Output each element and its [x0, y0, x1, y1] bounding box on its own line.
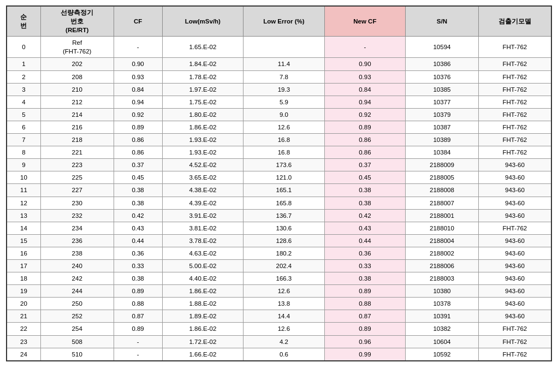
row-8-cell-sensor: 221 [40, 146, 114, 159]
row-18-cell-sn: 2188003 [406, 272, 479, 285]
row-16-cell-cf: 0.36 [114, 247, 162, 259]
row-5-cell-newcf: 0.92 [324, 108, 406, 121]
row-21-cell-sensor: 252 [40, 310, 114, 323]
row-11-cell-num: 11 [7, 184, 40, 197]
row-9-cell-model: 943-60 [478, 159, 551, 171]
row-21-cell-num: 21 [7, 310, 40, 323]
row-11-cell-lowerr: 165.1 [244, 184, 325, 197]
row-6-cell-newcf: 0.89 [324, 121, 406, 133]
row-1-cell-num: 1 [7, 58, 40, 70]
row-20-cell-model: 943-60 [478, 298, 551, 310]
row-3-cell-sensor: 210 [40, 83, 114, 96]
row-18-cell-lowerr: 166.3 [244, 272, 325, 285]
row-0-cell-cf: - [114, 37, 162, 58]
row-17-cell-low: 5.00.E-02 [162, 259, 244, 272]
row-19-cell-sn: 10380 [406, 285, 479, 298]
row-4-cell-newcf: 0.94 [324, 96, 406, 108]
row-8-cell-sn: 10384 [406, 146, 479, 159]
row-24-cell-model: FHT-762 [478, 348, 551, 361]
row-9-cell-sn: 2188009 [406, 159, 479, 171]
row-14-cell-newcf: 0.43 [324, 222, 406, 234]
row-11-cell-low: 4.38.E-02 [162, 184, 244, 197]
row-1-cell-sensor: 202 [40, 58, 114, 70]
row-11-cell-newcf: 0.38 [324, 184, 406, 197]
main-container: 순 번 선량측정기 번호 (RE/RT) CF Low(mSv/h) Low E… [6, 5, 552, 361]
row-13-cell-cf: 0.42 [114, 209, 162, 222]
row-23-cell-lowerr: 4.2 [244, 335, 325, 348]
row-13-cell-sensor: 232 [40, 209, 114, 222]
row-9-cell-cf: 0.37 [114, 159, 162, 171]
row-10-cell-cf: 0.45 [114, 171, 162, 184]
row-10-cell-sensor: 225 [40, 171, 114, 184]
row-0-cell-lowerr [244, 37, 325, 58]
row-6-cell-lowerr: 12.6 [244, 121, 325, 133]
row-24-cell-lowerr: 0.6 [244, 348, 325, 361]
row-0-cell-sensor: Ref (FHT-762) [40, 37, 114, 58]
row-18-cell-newcf: 0.38 [324, 272, 406, 285]
row-3-cell-lowerr: 19.3 [244, 83, 325, 96]
row-10-cell-lowerr: 121.0 [244, 171, 325, 184]
row-18-cell-low: 4.40.E-02 [162, 272, 244, 285]
row-20-cell-newcf: 0.88 [324, 298, 406, 310]
row-22-cell-model: FHT-762 [478, 323, 551, 335]
row-19-cell-num: 19 [7, 285, 40, 298]
row-17-cell-lowerr: 202.4 [244, 259, 325, 272]
header-num: 순 번 [7, 6, 40, 37]
row-16-cell-model: 943-60 [478, 247, 551, 259]
row-10-cell-sn: 2188005 [406, 171, 479, 184]
row-18-cell-cf: 0.38 [114, 272, 162, 285]
row-8-cell-newcf: 0.86 [324, 146, 406, 159]
row-7-cell-lowerr: 16.8 [244, 134, 325, 146]
row-24-cell-newcf: 0.99 [324, 348, 406, 361]
row-6-cell-model: FHT-762 [478, 121, 551, 133]
row-10-cell-low: 3.65.E-02 [162, 171, 244, 184]
row-21-cell-newcf: 0.87 [324, 310, 406, 323]
row-6-cell-sn: 10387 [406, 121, 479, 133]
row-5-cell-model: FHT-762 [478, 108, 551, 121]
row-7-cell-sensor: 218 [40, 134, 114, 146]
row-2-cell-low: 1.78.E-02 [162, 70, 244, 83]
row-15-cell-model: 943-60 [478, 234, 551, 247]
row-13-cell-num: 13 [7, 209, 40, 222]
row-0-cell-newcf: - [324, 37, 406, 58]
row-17-cell-cf: 0.33 [114, 259, 162, 272]
row-16-cell-sensor: 238 [40, 247, 114, 259]
row-1-cell-sn: 10386 [406, 58, 479, 70]
row-5-cell-num: 5 [7, 108, 40, 121]
row-5-cell-sn: 10379 [406, 108, 479, 121]
header-low: Low(mSv/h) [162, 6, 244, 37]
row-3-cell-model: FHT-762 [478, 83, 551, 96]
row-7-cell-num: 7 [7, 134, 40, 146]
row-22-cell-sn: 10382 [406, 323, 479, 335]
row-7-cell-model: FHT-762 [478, 134, 551, 146]
row-11-cell-cf: 0.38 [114, 184, 162, 197]
row-1-cell-low: 1.84.E-02 [162, 58, 244, 70]
row-4-cell-model: FHT-762 [478, 96, 551, 108]
row-20-cell-low: 1.88.E-02 [162, 298, 244, 310]
row-4-cell-lowerr: 5.9 [244, 96, 325, 108]
row-12-cell-lowerr: 165.8 [244, 197, 325, 209]
row-19-cell-cf: 0.89 [114, 285, 162, 298]
row-21-cell-cf: 0.87 [114, 310, 162, 323]
row-18-cell-model: 943-60 [478, 272, 551, 285]
row-13-cell-sn: 2188001 [406, 209, 479, 222]
row-4-cell-sensor: 212 [40, 96, 114, 108]
row-17-cell-sn: 2188006 [406, 259, 479, 272]
row-5-cell-low: 1.80.E-02 [162, 108, 244, 121]
row-2-cell-sn: 10376 [406, 70, 479, 83]
row-2-cell-model: FHT-762 [478, 70, 551, 83]
row-16-cell-newcf: 0.36 [324, 247, 406, 259]
row-12-cell-cf: 0.38 [114, 197, 162, 209]
row-20-cell-lowerr: 13.8 [244, 298, 325, 310]
row-14-cell-lowerr: 130.6 [244, 222, 325, 234]
header-sensor: 선량측정기 번호 (RE/RT) [40, 6, 114, 37]
row-24-cell-sensor: 510 [40, 348, 114, 361]
row-14-cell-cf: 0.43 [114, 222, 162, 234]
row-2-cell-newcf: 0.93 [324, 70, 406, 83]
row-21-cell-sn: 10391 [406, 310, 479, 323]
row-24-cell-low: 1.66.E-02 [162, 348, 244, 361]
row-13-cell-model: 943-60 [478, 209, 551, 222]
row-13-cell-lowerr: 136.7 [244, 209, 325, 222]
row-4-cell-low: 1.75.E-02 [162, 96, 244, 108]
row-20-cell-cf: 0.88 [114, 298, 162, 310]
